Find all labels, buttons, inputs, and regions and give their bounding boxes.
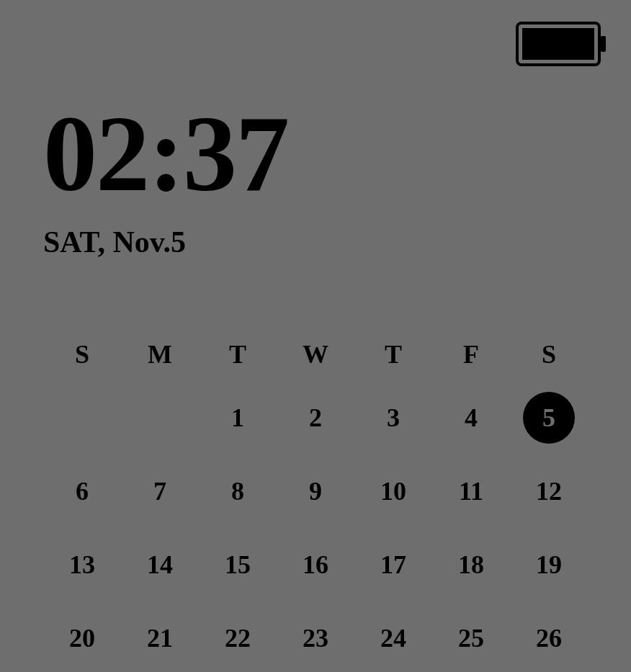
day-cell[interactable]: 21	[121, 612, 199, 664]
day-cell[interactable]: 15	[199, 539, 277, 591]
day-cell[interactable]: 8	[199, 465, 277, 517]
day-cell[interactable]: 24	[354, 612, 432, 664]
time-display: 02:37	[43, 99, 631, 207]
day-cell[interactable]: 17	[354, 539, 432, 591]
day-cell[interactable]: 16	[277, 539, 354, 591]
svg-rect-2	[601, 36, 606, 52]
day-cell[interactable]: 25	[432, 612, 510, 664]
day-header: F	[432, 339, 510, 370]
day-cell	[121, 392, 199, 444]
day-header: S	[510, 339, 588, 370]
day-cell[interactable]: 19	[510, 539, 588, 591]
day-cell[interactable]: 26	[510, 612, 588, 664]
day-cell[interactable]: 3	[354, 392, 432, 444]
day-cell[interactable]: 18	[432, 539, 510, 591]
day-cell[interactable]: 1	[199, 392, 277, 444]
day-header: S	[43, 339, 121, 370]
date-display: SAT, Nov.5	[43, 225, 631, 259]
day-cell[interactable]: 4	[432, 392, 510, 444]
day-cell-today[interactable]: 5	[510, 392, 588, 444]
day-cell[interactable]: 22	[199, 612, 277, 664]
day-cell[interactable]: 11	[432, 465, 510, 517]
day-cell[interactable]: 10	[354, 465, 432, 517]
day-header: W	[277, 339, 354, 370]
battery-icon	[516, 22, 606, 66]
svg-rect-1	[522, 28, 594, 60]
day-cell[interactable]: 2	[277, 392, 354, 444]
day-cell[interactable]: 23	[277, 612, 354, 664]
day-cell[interactable]: 12	[510, 465, 588, 517]
day-cell[interactable]: 6	[43, 465, 121, 517]
calendar-widget: S M T W T F S 1 2 3 4 5 6 7 8 9 10 11 12…	[0, 339, 631, 672]
day-header: T	[199, 339, 277, 370]
day-header: T	[354, 339, 432, 370]
day-cell	[43, 392, 121, 444]
calendar-grid: S M T W T F S 1 2 3 4 5 6 7 8 9 10 11 12…	[43, 339, 588, 672]
day-cell[interactable]: 9	[277, 465, 354, 517]
day-header: M	[121, 339, 199, 370]
day-cell[interactable]: 14	[121, 539, 199, 591]
day-cell[interactable]: 7	[121, 465, 199, 517]
day-cell[interactable]: 13	[43, 539, 121, 591]
day-cell[interactable]: 20	[43, 612, 121, 664]
